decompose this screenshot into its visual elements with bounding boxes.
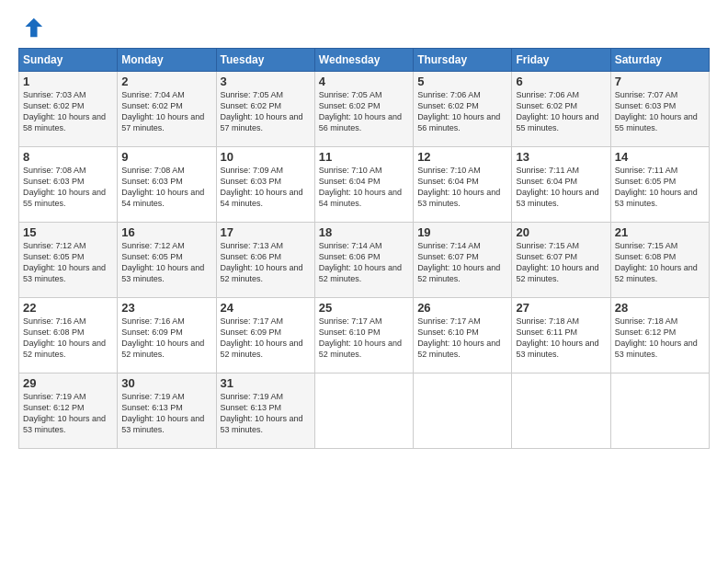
week-row-5: 29 Sunrise: 7:19 AM Sunset: 6:12 PM Dayl… (19, 373, 710, 449)
daylight-label: Daylight: 10 hours and 54 minutes. (319, 188, 402, 208)
day-info: Sunrise: 7:05 AM Sunset: 6:02 PM Dayligh… (319, 89, 409, 134)
calendar-table: SundayMondayTuesdayWednesdayThursdayFrid… (18, 48, 710, 449)
day-number: 1 (23, 75, 113, 88)
calendar-cell: 1 Sunrise: 7:03 AM Sunset: 6:02 PM Dayli… (19, 72, 118, 147)
logo (18, 15, 46, 40)
daylight-label: Daylight: 10 hours and 53 minutes. (121, 263, 204, 283)
week-row-2: 8 Sunrise: 7:08 AM Sunset: 6:03 PM Dayli… (19, 147, 710, 223)
day-info: Sunrise: 7:18 AM Sunset: 6:12 PM Dayligh… (615, 316, 705, 361)
sunset-label: Sunset: 6:05 PM (615, 177, 677, 186)
day-number: 28 (615, 301, 705, 315)
calendar-cell: 26 Sunrise: 7:17 AM Sunset: 6:10 PM Dayl… (414, 298, 512, 373)
sunrise-label: Sunrise: 7:11 AM (615, 166, 678, 175)
calendar-cell: 11 Sunrise: 7:10 AM Sunset: 6:04 PM Dayl… (314, 147, 413, 223)
day-info: Sunrise: 7:13 AM Sunset: 6:06 PM Dayligh… (221, 240, 311, 285)
day-number: 4 (319, 75, 409, 88)
calendar-container: SundayMondayTuesdayWednesdayThursdayFrid… (0, 0, 728, 458)
sunset-label: Sunset: 6:04 PM (319, 177, 381, 186)
calendar-cell: 10 Sunrise: 7:09 AM Sunset: 6:03 PM Dayl… (216, 147, 314, 223)
calendar-cell: 19 Sunrise: 7:14 AM Sunset: 6:07 PM Dayl… (414, 223, 512, 298)
sunrise-label: Sunrise: 7:11 AM (516, 166, 579, 175)
sunset-label: Sunset: 6:12 PM (23, 403, 85, 412)
day-info: Sunrise: 7:04 AM Sunset: 6:02 PM Dayligh… (121, 89, 211, 134)
sunset-label: Sunset: 6:05 PM (23, 252, 85, 261)
sunrise-label: Sunrise: 7:15 AM (615, 241, 678, 250)
calendar-cell: 4 Sunrise: 7:05 AM Sunset: 6:02 PM Dayli… (314, 72, 413, 147)
day-number: 18 (319, 225, 409, 239)
calendar-cell: 5 Sunrise: 7:06 AM Sunset: 6:02 PM Dayli… (414, 72, 512, 147)
week-row-3: 15 Sunrise: 7:12 AM Sunset: 6:05 PM Dayl… (19, 223, 710, 298)
daylight-label: Daylight: 10 hours and 54 minutes. (221, 188, 303, 208)
sunset-label: Sunset: 6:11 PM (516, 327, 577, 337)
day-number: 3 (221, 75, 311, 88)
sunrise-label: Sunrise: 7:14 AM (417, 241, 481, 250)
header (18, 15, 710, 40)
sunrise-label: Sunrise: 7:17 AM (319, 316, 382, 326)
days-header-row: SundayMondayTuesdayWednesdayThursdayFrid… (19, 49, 710, 72)
daylight-label: Daylight: 10 hours and 52 minutes. (319, 339, 402, 359)
calendar-cell: 21 Sunrise: 7:15 AM Sunset: 6:08 PM Dayl… (610, 223, 709, 298)
daylight-label: Daylight: 10 hours and 53 minutes. (516, 339, 598, 359)
daylight-label: Daylight: 10 hours and 52 minutes. (417, 263, 500, 283)
day-info: Sunrise: 7:15 AM Sunset: 6:07 PM Dayligh… (516, 240, 606, 285)
calendar-cell: 22 Sunrise: 7:16 AM Sunset: 6:08 PM Dayl… (19, 298, 118, 373)
calendar-cell: 23 Sunrise: 7:16 AM Sunset: 6:09 PM Dayl… (118, 298, 216, 373)
day-number: 9 (121, 150, 211, 164)
sunrise-label: Sunrise: 7:06 AM (516, 90, 579, 99)
calendar-cell: 8 Sunrise: 7:08 AM Sunset: 6:03 PM Dayli… (19, 147, 118, 223)
day-header-saturday: Saturday (610, 49, 709, 72)
sunrise-label: Sunrise: 7:18 AM (516, 316, 579, 326)
sunset-label: Sunset: 6:06 PM (221, 252, 282, 261)
daylight-label: Daylight: 10 hours and 53 minutes. (23, 414, 106, 434)
sunrise-label: Sunrise: 7:03 AM (23, 90, 86, 99)
calendar-cell: 13 Sunrise: 7:11 AM Sunset: 6:04 PM Dayl… (512, 147, 610, 223)
day-info: Sunrise: 7:12 AM Sunset: 6:05 PM Dayligh… (121, 240, 211, 285)
calendar-header: SundayMondayTuesdayWednesdayThursdayFrid… (19, 49, 710, 72)
calendar-cell: 2 Sunrise: 7:04 AM Sunset: 6:02 PM Dayli… (118, 72, 216, 147)
day-info: Sunrise: 7:14 AM Sunset: 6:07 PM Dayligh… (417, 240, 507, 285)
day-info: Sunrise: 7:11 AM Sunset: 6:05 PM Dayligh… (615, 165, 705, 210)
daylight-label: Daylight: 10 hours and 57 minutes. (221, 112, 303, 132)
day-info: Sunrise: 7:08 AM Sunset: 6:03 PM Dayligh… (23, 165, 113, 210)
sunset-label: Sunset: 6:09 PM (121, 327, 183, 337)
day-info: Sunrise: 7:08 AM Sunset: 6:03 PM Dayligh… (121, 165, 211, 210)
sunset-label: Sunset: 6:02 PM (516, 101, 577, 110)
sunrise-label: Sunrise: 7:13 AM (221, 241, 284, 250)
daylight-label: Daylight: 10 hours and 55 minutes. (516, 112, 598, 132)
day-number: 21 (615, 225, 705, 239)
daylight-label: Daylight: 10 hours and 52 minutes. (319, 263, 402, 283)
calendar-cell (610, 373, 709, 449)
sunrise-label: Sunrise: 7:07 AM (615, 90, 678, 99)
sunrise-label: Sunrise: 7:10 AM (417, 166, 481, 175)
daylight-label: Daylight: 10 hours and 53 minutes. (121, 414, 204, 434)
day-header-thursday: Thursday (414, 49, 512, 72)
daylight-label: Daylight: 10 hours and 52 minutes. (23, 339, 106, 359)
calendar-cell: 7 Sunrise: 7:07 AM Sunset: 6:03 PM Dayli… (610, 72, 709, 147)
day-number: 27 (516, 301, 606, 315)
calendar-cell: 3 Sunrise: 7:05 AM Sunset: 6:02 PM Dayli… (216, 72, 314, 147)
sunset-label: Sunset: 6:03 PM (121, 177, 183, 186)
sunset-label: Sunset: 6:02 PM (23, 101, 85, 110)
day-number: 17 (221, 225, 311, 239)
sunrise-label: Sunrise: 7:08 AM (23, 166, 86, 175)
daylight-label: Daylight: 10 hours and 53 minutes. (516, 188, 598, 208)
day-info: Sunrise: 7:17 AM Sunset: 6:10 PM Dayligh… (319, 316, 409, 361)
daylight-label: Daylight: 10 hours and 58 minutes. (23, 112, 106, 132)
calendar-cell: 25 Sunrise: 7:17 AM Sunset: 6:10 PM Dayl… (314, 298, 413, 373)
day-info: Sunrise: 7:19 AM Sunset: 6:12 PM Dayligh… (23, 391, 113, 436)
day-header-sunday: Sunday (19, 49, 118, 72)
sunrise-label: Sunrise: 7:12 AM (121, 241, 185, 250)
sunrise-label: Sunrise: 7:17 AM (221, 316, 284, 326)
day-info: Sunrise: 7:06 AM Sunset: 6:02 PM Dayligh… (417, 89, 507, 134)
calendar-cell: 18 Sunrise: 7:14 AM Sunset: 6:06 PM Dayl… (314, 223, 413, 298)
sunset-label: Sunset: 6:13 PM (221, 403, 282, 412)
day-info: Sunrise: 7:17 AM Sunset: 6:10 PM Dayligh… (417, 316, 507, 361)
sunset-label: Sunset: 6:07 PM (516, 252, 577, 261)
day-info: Sunrise: 7:10 AM Sunset: 6:04 PM Dayligh… (319, 165, 409, 210)
sunrise-label: Sunrise: 7:17 AM (417, 316, 481, 326)
sunset-label: Sunset: 6:05 PM (121, 252, 183, 261)
sunset-label: Sunset: 6:04 PM (516, 177, 577, 186)
day-number: 7 (615, 75, 705, 88)
day-info: Sunrise: 7:18 AM Sunset: 6:11 PM Dayligh… (516, 316, 606, 361)
sunset-label: Sunset: 6:10 PM (417, 327, 479, 337)
